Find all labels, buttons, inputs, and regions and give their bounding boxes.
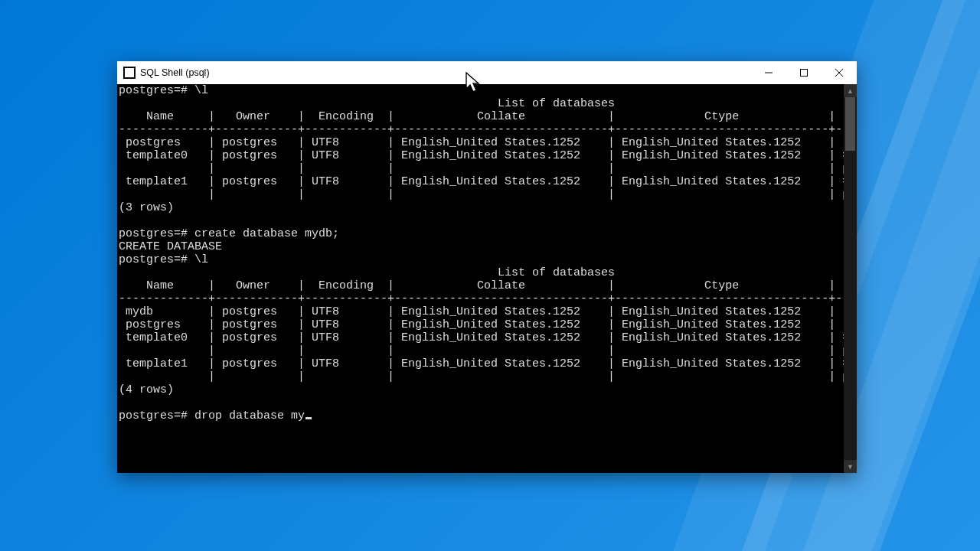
close-button[interactable] xyxy=(822,61,857,84)
titlebar[interactable]: SQL Shell (psql) xyxy=(117,61,857,84)
minimize-button[interactable] xyxy=(751,61,786,84)
scroll-up-button[interactable]: ▲ xyxy=(844,84,857,97)
text-cursor xyxy=(305,417,312,419)
maximize-button[interactable] xyxy=(786,61,822,84)
svg-rect-1 xyxy=(801,70,808,77)
scroll-thumb[interactable] xyxy=(845,97,855,151)
psql-window: SQL Shell (psql) postgres=# \l List of d… xyxy=(117,61,857,473)
app-icon xyxy=(123,67,136,79)
scrollbar[interactable]: ▲ ▼ xyxy=(844,84,857,473)
scroll-down-button[interactable]: ▼ xyxy=(844,460,857,473)
window-title: SQL Shell (psql) xyxy=(140,67,210,78)
terminal-output[interactable]: postgres=# \l List of databases Name | O… xyxy=(117,84,844,473)
